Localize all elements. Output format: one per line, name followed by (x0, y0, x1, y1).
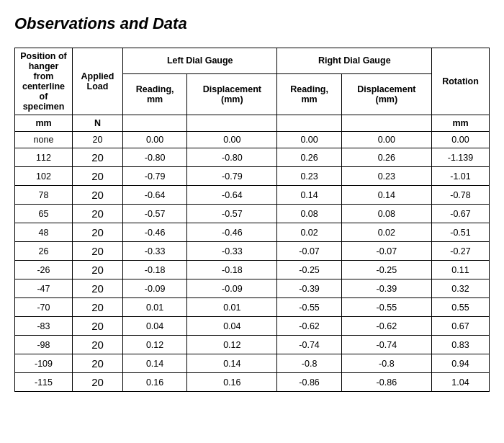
unit-left-disp (187, 115, 277, 132)
col-right-reading: Reading, mm (277, 73, 341, 115)
col-left-reading: Reading, mm (123, 73, 187, 115)
table-row: 11220-0.80-0.800.260.26-1.139 (15, 148, 490, 167)
table-row: 10220-0.79-0.790.230.23-1.01 (15, 167, 490, 186)
table-row: none200.000.000.000.000.00 (15, 132, 490, 148)
unit-left-reading (123, 115, 187, 132)
table-row: -4720-0.09-0.09-0.39-0.390.32 (15, 279, 490, 298)
table-row: 7820-0.64-0.640.140.14-0.78 (15, 186, 490, 205)
table-row: 4820-0.46-0.460.020.02-0.51 (15, 223, 490, 242)
col-left-gauge: Left Dial Gauge (123, 48, 277, 74)
table-body: none200.000.000.000.000.0011220-0.80-0.8… (15, 132, 490, 392)
table-row: -115200.160.16-0.86-0.861.04 (15, 373, 490, 392)
observations-table: Position of hanger from centerline of sp… (14, 48, 490, 392)
table-row: -98200.120.12-0.74-0.740.83 (15, 336, 490, 354)
table-row: -70200.010.01-0.55-0.550.55 (15, 298, 490, 317)
col-left-displacement: Displacement (mm) (187, 73, 277, 115)
table-row: 6520-0.57-0.570.080.08-0.67 (15, 205, 490, 223)
unit-position: mm (15, 115, 73, 132)
unit-right-disp (341, 115, 431, 132)
unit-rotation: mm (432, 115, 490, 132)
col-right-displacement: Displacement (mm) (341, 73, 431, 115)
header-row-units: mm N mm (15, 115, 490, 132)
table-row: -109200.140.14-0.8-0.80.94 (15, 354, 490, 373)
col-right-gauge: Right Dial Gauge (277, 48, 432, 74)
col-rotation: Rotation (432, 48, 490, 115)
page-title: Observations and Data (14, 14, 490, 33)
col-position: Position of hanger from centerline of sp… (15, 48, 73, 115)
col-load: Applied Load (73, 48, 123, 115)
unit-right-reading (277, 115, 341, 132)
header-row-1: Position of hanger from centerline of sp… (15, 48, 490, 74)
table-row: 2620-0.33-0.33-0.07-0.07-0.27 (15, 242, 490, 261)
table-row: -83200.040.04-0.62-0.620.67 (15, 317, 490, 336)
unit-load: N (73, 115, 123, 132)
table-row: -2620-0.18-0.18-0.25-0.250.11 (15, 261, 490, 279)
